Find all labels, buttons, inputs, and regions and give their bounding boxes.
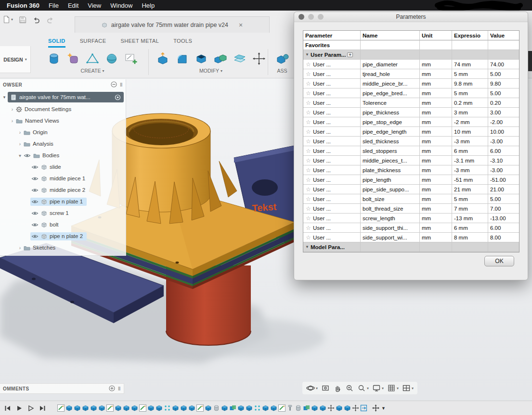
parameter-row-plate-thickness[interactable]: ☆User ...plate_thicknessmm-3 mm-3.00 (303, 165, 519, 175)
timeline-feature-screw-icon[interactable] (286, 404, 294, 412)
parameter-name-cell[interactable]: pipe_length (361, 175, 420, 185)
offset-plane-button[interactable] (232, 51, 247, 66)
ribbon-tab-tools[interactable]: TOOLS (173, 38, 192, 48)
orbit-tool[interactable]: ▾ (306, 384, 318, 392)
sphere-button[interactable] (104, 51, 119, 66)
menu-item-window[interactable]: Window (110, 2, 132, 9)
timeline-feature-extrude-icon[interactable] (74, 404, 81, 412)
favorite-star-icon[interactable]: ☆ (305, 109, 311, 116)
favorite-star-icon[interactable]: ☆ (305, 176, 311, 183)
parameter-type-cell[interactable]: ☆User ... (303, 117, 361, 127)
parameter-unit-cell[interactable]: mm (420, 146, 452, 156)
parameter-expression-cell[interactable]: 3 mm (452, 108, 488, 117)
timeline-feature-combine-icon[interactable] (229, 404, 236, 412)
timeline-feature-extrude-icon[interactable] (270, 404, 277, 412)
file-menu-button[interactable]: ▾ (3, 15, 13, 24)
chevron-right-icon[interactable]: › (17, 130, 23, 135)
parameter-unit-cell[interactable]: mm (420, 60, 452, 69)
favorite-star-icon[interactable]: ☆ (305, 157, 311, 164)
chevron-right-icon[interactable]: › (17, 245, 23, 251)
parameter-unit-cell[interactable]: mm (420, 204, 452, 214)
timeline-feature-extrude-icon[interactable] (344, 404, 351, 412)
chevron-down-icon[interactable]: ▼ (305, 245, 309, 249)
parameter-name-cell[interactable]: tjread_hole (361, 69, 420, 79)
parameter-expression-cell[interactable]: -3 mm (452, 165, 488, 175)
parameter-row-bolt-thread-size[interactable]: ☆User ...bolt_thread_sizemm7 mm7.00 (303, 204, 519, 214)
parameter-expression-cell[interactable]: -51 mm (452, 175, 488, 185)
viewports-tool[interactable]: ▾ (402, 384, 414, 392)
timeline-feature-extrude-icon[interactable] (90, 404, 97, 412)
parameter-value-cell[interactable]: -3.10 (488, 156, 519, 165)
parameter-name-cell[interactable]: plate_thickness (361, 165, 420, 175)
parameter-type-cell[interactable]: ☆User ... (303, 137, 361, 146)
activate-component-target-icon[interactable] (115, 94, 121, 101)
ribbon-tab-surface[interactable]: SURFACE (80, 38, 106, 48)
parameter-type-cell[interactable]: ☆User ... (303, 88, 361, 98)
menu-item-edit[interactable]: Edit (68, 2, 78, 9)
parameter-row-pipe-stop-edge[interactable]: ☆User ...pipe_stop_edgemm-2 mm-2.00 (303, 117, 519, 127)
timeline-feature-sketch-icon[interactable] (196, 404, 204, 412)
menu-item-file[interactable]: File (49, 2, 59, 9)
parameter-unit-cell[interactable]: mm (420, 137, 452, 146)
parameter-name-cell[interactable]: pipe_thickness (361, 108, 420, 117)
parameter-row-sled-stoppers[interactable]: ☆User ...sled_stoppersmm6 mm6.00 (303, 146, 519, 156)
timeline-feature-move-icon[interactable] (352, 404, 359, 412)
dialog-titlebar[interactable]: Parameters (294, 12, 528, 22)
parameter-type-cell[interactable]: ☆User ... (303, 165, 361, 175)
parameter-unit-cell[interactable]: mm (420, 98, 452, 108)
parameter-row-pipe-thickness[interactable]: ☆User ...pipe_thicknessmm3 mm3.00 (303, 108, 519, 117)
parameter-value-cell[interactable]: 6.00 (488, 146, 519, 156)
timeline-feature-extrude-icon[interactable] (156, 404, 163, 412)
parameter-expression-cell[interactable]: 5 mm (452, 88, 488, 98)
timeline-feature-extrude-icon[interactable] (336, 404, 343, 412)
timeline-feature-pattern-icon[interactable] (164, 404, 171, 412)
parameter-type-cell[interactable]: ☆User ... (303, 185, 361, 194)
visibility-eye-icon[interactable] (31, 188, 39, 193)
timeline-feature-move-icon[interactable] (327, 404, 335, 412)
parameter-name-cell[interactable]: sled_stoppers (361, 146, 420, 156)
favorite-star-icon[interactable]: ☆ (305, 80, 311, 87)
parameter-type-cell[interactable]: ☆User ... (303, 108, 361, 117)
parameter-name-cell[interactable]: pipe_diameter (361, 60, 420, 69)
parameter-name-cell[interactable]: pipe_side_suppo... (361, 185, 420, 194)
column-header-expressio[interactable]: Expressio (452, 31, 488, 40)
skip-end-button[interactable] (39, 404, 46, 412)
parameter-row-bolt-size[interactable]: ☆User ...bolt_sizemm5 mm5.00 (303, 194, 519, 204)
timeline-feature-hole-icon[interactable] (213, 404, 220, 412)
chevron-down-icon[interactable]: ▾ (17, 153, 23, 158)
browser-item-pipe-n-plate-1[interactable]: pipe n plate 1 (0, 196, 126, 207)
chevron-right-icon[interactable]: › (10, 107, 15, 112)
parameter-name-cell[interactable]: bolt_size (361, 194, 420, 204)
look-at-tool[interactable] (321, 384, 330, 392)
timeline-feature-extrude-icon[interactable] (237, 404, 245, 412)
parameter-name-cell[interactable]: pipe_edge_bred... (361, 88, 420, 98)
favorite-star-icon[interactable]: ☆ (305, 148, 311, 154)
favorites-label[interactable]: Favorites (303, 40, 361, 50)
fit-tool[interactable] (345, 384, 354, 392)
parameter-value-cell[interactable]: 7.00 (488, 204, 519, 214)
timeline-feature-extrude-icon[interactable] (311, 404, 318, 412)
browser-item-analysis[interactable]: ›Analysis (0, 138, 126, 150)
redo-button[interactable] (46, 16, 54, 24)
timeline-feature-pattern-icon[interactable] (254, 404, 261, 412)
browser-item-named-views[interactable]: ›Named Views (0, 115, 126, 126)
parameter-type-cell[interactable]: ☆User ... (303, 98, 361, 108)
timeline-feature-extrude-icon[interactable] (115, 404, 122, 412)
parameter-expression-cell[interactable]: 8 mm (452, 233, 488, 242)
favorite-star-icon[interactable]: ☆ (305, 61, 311, 68)
timeline-feature-extrude-icon[interactable] (123, 404, 130, 412)
parameter-expression-cell[interactable]: 5 mm (452, 194, 488, 204)
parameter-value-cell[interactable]: 8.00 (488, 233, 519, 242)
visibility-eye-icon[interactable] (31, 211, 39, 216)
browser-item-screw-1[interactable]: screw 1 (0, 207, 126, 219)
fillet-button[interactable] (174, 51, 190, 66)
favorite-star-icon[interactable]: ☆ (305, 90, 311, 97)
visibility-eye-icon[interactable] (31, 176, 39, 181)
add-comment-icon[interactable] (109, 385, 115, 392)
parameter-expression-cell[interactable]: -2 mm (452, 117, 488, 127)
grid-display-tool[interactable]: ▾ (387, 384, 399, 392)
visibility-eye-icon[interactable] (31, 199, 39, 204)
comments-panel[interactable]: OMMENTS ‖ (0, 383, 124, 394)
create-dropdown[interactable]: CREATE▾ (81, 68, 104, 74)
browser-item-slide[interactable]: slide (0, 161, 126, 173)
